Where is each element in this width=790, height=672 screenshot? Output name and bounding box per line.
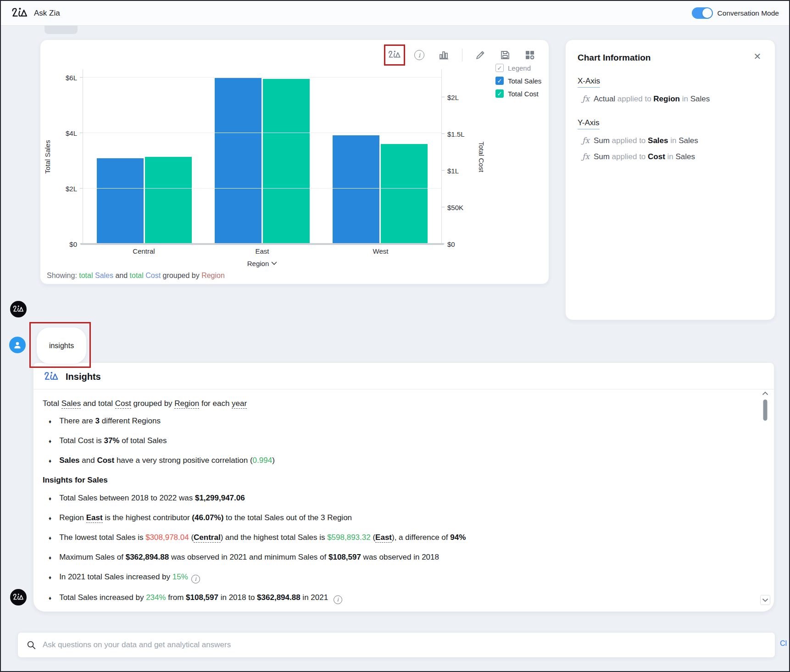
fx-icon: ƒx bbox=[582, 136, 590, 145]
axis-tick-label: $4L bbox=[66, 129, 77, 137]
edit-icon[interactable] bbox=[473, 48, 487, 62]
close-icon[interactable]: ✕ bbox=[751, 50, 764, 63]
ask-question-bar bbox=[17, 632, 775, 658]
insight-bullet: ♦Region East is the highest contributor … bbox=[43, 513, 742, 523]
diamond-bullet-icon: ♦ bbox=[49, 494, 51, 504]
conversation-mode-toggle[interactable] bbox=[692, 7, 713, 19]
tick-mark bbox=[442, 133, 445, 134]
tick-mark bbox=[442, 97, 445, 97]
legend-master-label: Legend bbox=[508, 64, 531, 72]
zia-logo-icon bbox=[44, 371, 59, 383]
x-axis-rows: ƒxActual applied to Region in Sales bbox=[578, 94, 763, 104]
x-category-label: Central bbox=[96, 247, 191, 255]
panel-title: Chart Information bbox=[578, 53, 763, 63]
insight-intro: Total Sales and total Cost grouped by Re… bbox=[43, 399, 742, 408]
axis-function-row: ƒxSum applied to Sales in Sales bbox=[582, 136, 763, 145]
zia-logo-icon bbox=[11, 7, 28, 20]
zia-avatar bbox=[10, 589, 27, 605]
diamond-bullet-icon: ♦ bbox=[49, 594, 51, 603]
user-avatar bbox=[9, 337, 26, 353]
insight-bullet: ♦Total Cost is 37% of total Sales bbox=[43, 436, 742, 446]
y-left-axis-title: Total Sales bbox=[44, 140, 51, 173]
insight-bullet: ♦Maximum Sales of $362,894.88 was observ… bbox=[43, 552, 742, 563]
fx-icon: ƒx bbox=[582, 152, 590, 161]
x-axis-section-label: X-Axis bbox=[578, 77, 600, 88]
toolbar-divider bbox=[462, 49, 462, 61]
insights-body: Total Sales and total Cost grouped by Re… bbox=[33, 389, 774, 604]
x-axis-field-label: Region bbox=[247, 260, 269, 267]
bar-group-east bbox=[215, 69, 310, 244]
bar-group-central bbox=[97, 69, 192, 244]
bar-total-cost-east[interactable] bbox=[263, 79, 310, 244]
person-icon bbox=[13, 340, 22, 350]
axis-tick-label: $2L bbox=[66, 185, 77, 193]
conversation-mode-label: Conversation Mode bbox=[718, 9, 779, 17]
info-icon[interactable]: i bbox=[191, 575, 200, 583]
tick-mark bbox=[80, 77, 83, 78]
insight-bullet: ♦Sales and Cost have a very strong posit… bbox=[43, 455, 742, 466]
legend-item-label: Total Sales bbox=[508, 77, 541, 85]
y-axis-rows: ƒxSum applied to Sales in SalesƒxSum app… bbox=[578, 136, 763, 161]
insight-bullet: ♦Total Sales increased by 234% from $108… bbox=[43, 593, 742, 604]
tick-mark bbox=[80, 133, 83, 133]
axis-function-row: ƒxSum applied to Cost in Sales bbox=[582, 152, 763, 161]
clipped-right-link[interactable]: Cl bbox=[780, 639, 787, 648]
checkbox-icon: ✓ bbox=[495, 77, 504, 85]
save-icon[interactable] bbox=[498, 48, 512, 62]
legend-master-checkbox[interactable]: ✓ Legend bbox=[495, 64, 541, 72]
insight-bullet: ♦There are 3 different Regions bbox=[43, 416, 742, 427]
tick-mark bbox=[80, 244, 83, 244]
gridline bbox=[83, 133, 441, 133]
scroll-down-button[interactable] bbox=[760, 595, 770, 605]
insight-heading: Insights for Sales bbox=[43, 475, 742, 485]
scrollbar-thumb[interactable] bbox=[763, 400, 768, 421]
zia-avatar bbox=[10, 301, 27, 317]
axis-tick-label: $0 bbox=[447, 240, 455, 248]
question-input[interactable] bbox=[43, 640, 767, 650]
gridline bbox=[83, 188, 441, 189]
scrollbar[interactable] bbox=[760, 391, 770, 605]
tick-mark bbox=[442, 244, 445, 244]
legend-item-total-cost[interactable]: ✓ Total Cost bbox=[495, 89, 541, 98]
zia-icon[interactable] bbox=[388, 48, 401, 62]
chart-toolbar: i bbox=[388, 45, 537, 65]
scroll-down-icon bbox=[762, 598, 768, 602]
axis-function-row: ƒxActual applied to Region in Sales bbox=[582, 94, 763, 104]
y-axis-section-label: Y-Axis bbox=[578, 118, 600, 129]
x-category-label: East bbox=[215, 247, 310, 255]
add-to-dashboard-icon[interactable] bbox=[523, 48, 537, 62]
axis-tick-label: $2L bbox=[447, 93, 459, 101]
user-message-bubble: insights bbox=[37, 328, 86, 364]
insight-bullet: ♦In 2021 total Sales increased by 15%i bbox=[43, 572, 742, 583]
bar-total-sales-west[interactable] bbox=[333, 135, 379, 244]
chart-information-panel: Chart Information ✕ X-Axis ƒxActual appl… bbox=[565, 39, 775, 320]
tick-mark bbox=[442, 170, 445, 171]
x-axis-field-dropdown[interactable]: Region bbox=[83, 260, 442, 267]
insights-response-card: Insights Total Sales and total Cost grou… bbox=[33, 362, 774, 612]
insight-bullet: ♦The lowest total Sales is $308,978.04 (… bbox=[43, 533, 742, 543]
bar-total-cost-central[interactable] bbox=[145, 157, 192, 244]
axis-tick-label: $1L bbox=[447, 167, 459, 174]
bar-total-sales-east[interactable] bbox=[215, 78, 261, 244]
chart-plot-area: Total Sales Total Cost $0$2L$4L$6L$0$50K… bbox=[83, 69, 442, 244]
chart-legend: ✓ Legend ✓ Total Sales ✓ Total Cost bbox=[495, 64, 541, 98]
bar-total-sales-central[interactable] bbox=[97, 158, 144, 244]
info-icon[interactable]: i bbox=[334, 595, 342, 604]
ask-zia-window: Ask Zia Conversation Mode i bbox=[0, 0, 790, 672]
x-category-label: West bbox=[333, 247, 428, 255]
chart-type-icon[interactable] bbox=[437, 48, 451, 62]
bar-total-cost-west[interactable] bbox=[381, 144, 428, 244]
chart-message-card: i bbox=[40, 39, 549, 284]
bar-group-west bbox=[333, 69, 428, 244]
scroll-up-icon[interactable] bbox=[762, 391, 768, 395]
info-icon[interactable]: i bbox=[412, 48, 426, 62]
gridline bbox=[83, 77, 441, 78]
search-icon bbox=[26, 640, 36, 650]
top-bar: Ask Zia Conversation Mode bbox=[1, 1, 789, 26]
diamond-bullet-icon: ♦ bbox=[49, 573, 51, 583]
legend-item-total-sales[interactable]: ✓ Total Sales bbox=[495, 77, 541, 85]
showing-summary: Showing: total Sales and total Cost grou… bbox=[47, 272, 225, 280]
bar-groups bbox=[83, 69, 441, 244]
diamond-bullet-icon: ♦ bbox=[49, 456, 51, 466]
insights-header: Insights bbox=[33, 363, 774, 389]
